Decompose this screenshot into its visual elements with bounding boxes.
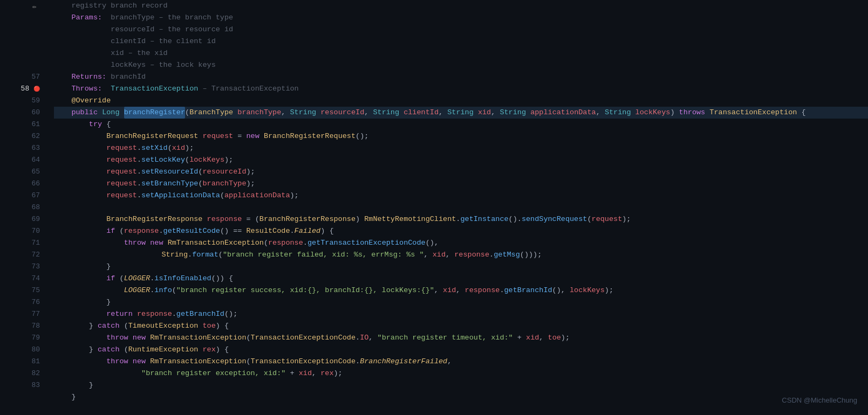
- line-num-70: 70: [24, 225, 40, 237]
- line-num-76: 76: [24, 296, 40, 308]
- line-num-67: 67: [24, 190, 40, 202]
- line-num-74: 74: [24, 273, 40, 285]
- line-num-78: 78: [24, 320, 40, 332]
- line-numbers-gutter: 57 58 🔴 59 60 61 62 63 64 65 66 67 68 69…: [0, 0, 49, 415]
- edit-icon: ✏: [32, 2, 37, 11]
- line-num-77: 77: [24, 308, 40, 320]
- editor-container: 57 58 🔴 59 60 61 62 63 64 65 66 67 68 69…: [0, 0, 868, 415]
- line-num-blank1: [24, 0, 40, 12]
- code-line-83: [54, 403, 868, 415]
- code-line-57: @Override: [54, 95, 868, 107]
- code-line-72: if (LOGGER.isInfoEnabled()) {: [54, 273, 868, 285]
- line-num-69: 69: [24, 213, 40, 225]
- line-num-75: 75: [24, 285, 40, 296]
- line-num-blank6: [24, 59, 40, 71]
- code-line-78: } catch (RuntimeException rex) {: [54, 344, 868, 356]
- code-line-68: if (response.getResultCode() == ResultCo…: [54, 225, 868, 237]
- line-num-61: 61: [24, 119, 40, 130]
- line-num-81: 81: [24, 356, 40, 368]
- code-line-dc5: xid – the xid: [54, 47, 868, 59]
- code-line-62: request.setLockKey(lockKeys);: [54, 154, 868, 166]
- code-line-80: "branch register exception, xid:" + xid,…: [54, 368, 868, 379]
- code-line-dc8: Throws: TransactionException – Transacti…: [54, 83, 868, 95]
- line-num-64: 64: [24, 154, 40, 166]
- code-line-58: public Long branchRegister(BranchType br…: [54, 107, 868, 119]
- line-num-82: 82: [24, 368, 40, 379]
- code-line-dc4: clientId – the client id: [54, 36, 868, 47]
- line-num-71: 71: [24, 237, 40, 249]
- line-num-66: 66: [24, 178, 40, 190]
- code-line-82: }: [54, 391, 868, 403]
- code-line-64: request.setBranchType(branchType);: [54, 178, 868, 190]
- line-num-62: 62: [24, 130, 40, 142]
- line-num-65: 65: [24, 166, 40, 178]
- code-line-66: [54, 202, 868, 213]
- watermark: CSDN @MichelleChung: [782, 396, 857, 404]
- code-line-63: request.setResourceId(resourceId);: [54, 166, 868, 178]
- line-num-blank4: [24, 36, 40, 47]
- line-num-60: 60: [24, 107, 40, 119]
- code-line-79: throw new RmTransactionException(Transac…: [54, 356, 868, 368]
- line-num-58: 58 🔴: [21, 83, 40, 95]
- code-line-73: LOGGER.info("branch register success, xi…: [54, 285, 868, 296]
- code-line-81: }: [54, 379, 868, 391]
- line-num-blank5: [24, 47, 40, 59]
- code-line-67: BranchRegisterResponse response = (Branc…: [54, 213, 868, 225]
- line-num-blank3: [24, 24, 40, 36]
- code-line-77: throw new RmTransactionException(Transac…: [54, 332, 868, 344]
- code-line-dc7: Returns: branchId: [54, 71, 868, 83]
- code-line-65: request.setApplicationData(applicationDa…: [54, 190, 868, 202]
- code-line-76: } catch (TimeoutException toe) {: [54, 320, 868, 332]
- code-area[interactable]: registry branch record Params: branchTyp…: [49, 0, 868, 415]
- line-num-57: 57: [24, 71, 40, 83]
- code-line-71: }: [54, 261, 868, 273]
- code-line-60: BranchRegisterRequest request = new Bran…: [54, 130, 868, 142]
- line-num-72: 72: [24, 249, 40, 261]
- line-num-blank2: [24, 12, 40, 24]
- line-num-83: 83: [24, 379, 40, 391]
- code-line-74: }: [54, 296, 868, 308]
- code-line-dc1: registry branch record: [54, 0, 868, 12]
- line-num-68: 68: [24, 202, 40, 213]
- code-line-dc3: resourceId – the resource id: [54, 24, 868, 36]
- code-line-59: try {: [54, 119, 868, 130]
- line-num-59: 59: [24, 95, 40, 107]
- code-line-75: return response.getBranchId();: [54, 308, 868, 320]
- code-line-dc6: lockKeys – the lock keys: [54, 59, 868, 71]
- line-num-80: 80: [24, 344, 40, 356]
- line-num-73: 73: [24, 261, 40, 273]
- line-num-79: 79: [24, 332, 40, 344]
- line-num-63: 63: [24, 142, 40, 154]
- code-line-70: String.format("branch register failed, x…: [54, 249, 868, 261]
- code-line-61: request.setXid(xid);: [54, 142, 868, 154]
- code-line-69: throw new RmTransactionException(respons…: [54, 237, 868, 249]
- code-line-dc2: Params: branchType – the branch type: [54, 12, 868, 24]
